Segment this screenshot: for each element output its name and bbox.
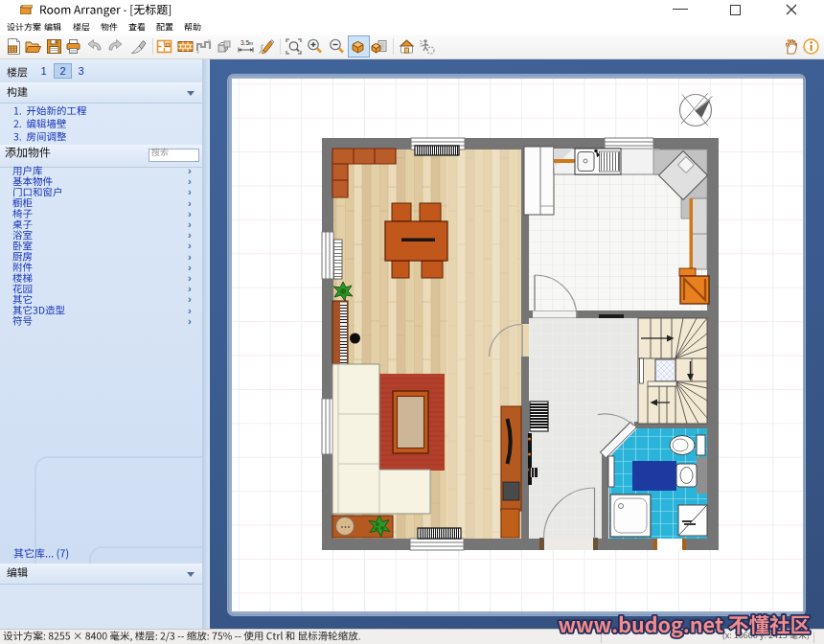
svg-text:m: m xyxy=(248,40,253,46)
